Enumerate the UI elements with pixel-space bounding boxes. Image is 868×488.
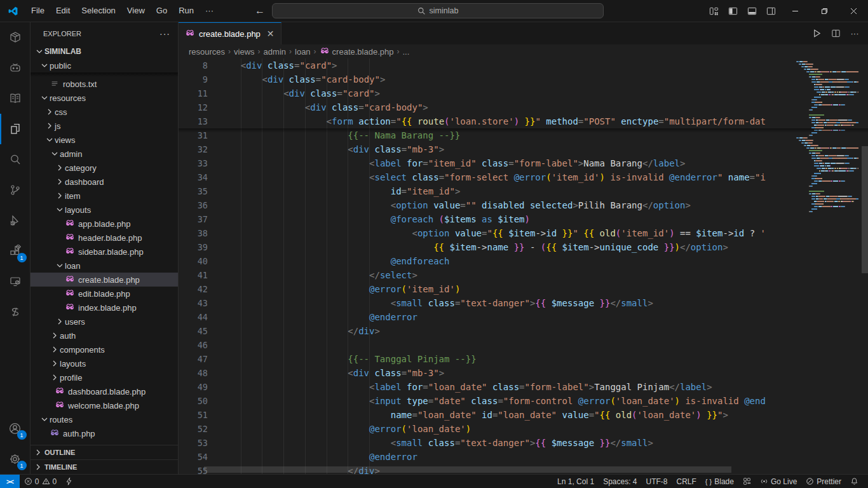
activity-run-debug-icon[interactable] [0,205,31,236]
tree-item-label: layouts [60,359,86,369]
activity-package-icon[interactable] [0,22,31,53]
tab-close-icon[interactable]: ✕ [267,29,275,39]
breadcrumbs[interactable]: resources›views›admin›loan›create.blade.… [179,44,868,58]
tree-item-css[interactable]: css [31,105,178,119]
code-editor[interactable]: 8 <div class="card">9 <div class="card-b… [179,58,868,474]
minimap-line [794,163,860,164]
tree-item-loan[interactable]: loan [31,259,178,273]
breadcrumb-loan[interactable]: loan [295,47,311,57]
tree-item-profile[interactable]: profile [31,370,178,384]
tree-item-dashboard-blade-php[interactable]: dashboard.blade.php [31,384,178,398]
tree-item-dashboard[interactable]: dashboard [31,175,178,189]
tree-item-routes[interactable]: routes [31,412,178,426]
timeline-section[interactable]: TIMELINE [31,459,178,474]
vertical-scrollbar[interactable] [862,146,868,273]
activity-accounts-icon[interactable]: 1 [0,413,31,444]
tree-item-siminlab[interactable]: SIMINLAB [31,44,178,58]
tree-item-robots-txt[interactable]: robots.txt [31,77,178,91]
tree-item-users[interactable]: users [31,315,178,329]
code-line: 39 {{ $item->name }} - ({{ $item->unique… [179,240,868,254]
tree-item-layouts[interactable]: layouts [31,356,178,370]
tree-item-layouts[interactable]: layouts [31,203,178,217]
status-spaces-4[interactable]: Spaces: 4 [599,475,641,488]
breadcrumb-views[interactable]: views [234,47,255,57]
activity-explorer-icon[interactable] [0,114,31,144]
minimap-line [794,203,860,205]
more-actions-icon[interactable]: ··· [846,25,863,42]
chevron-right-icon [50,344,60,355]
restore-button[interactable] [810,0,839,22]
status-blade[interactable]: { }Blade [701,475,738,488]
close-button[interactable] [839,0,868,22]
split-editor-icon[interactable] [827,25,844,42]
minimize-button[interactable] [780,0,810,22]
tree-item-auth[interactable]: auth [31,329,178,342]
tree-item-header-blade-php[interactable]: header.blade.php [31,231,178,245]
tree-item-admin[interactable]: admin [31,147,178,161]
activity-remote-explorer-icon[interactable] [0,266,31,297]
status-grid-icon[interactable] [738,475,756,488]
status-go-live[interactable]: Go Live [756,475,801,488]
toggle-secondary-sidebar-icon[interactable] [761,3,780,19]
menu-view[interactable]: View [121,3,151,18]
tree-item-auth-php[interactable]: auth.php [31,426,178,440]
menu-file[interactable]: File [25,3,50,18]
file-tree[interactable]: SIMINLABpublicrobots.txtresourcescssjsvi… [31,44,178,440]
tree-item-public[interactable]: public [31,58,178,72]
tree-item-welcome-blade-php[interactable]: welcome.blade.php [31,398,178,412]
code-text: <small class="text-danger">{{ $message }… [219,296,653,310]
code-text: <input type="date" class="form-control @… [219,394,766,408]
tree-item-sidebar-blade-php[interactable]: sidebar.blade.php [31,245,178,259]
tree-item-views[interactable]: views [31,133,178,147]
horizontal-scrollbar[interactable] [204,466,731,473]
minimap-line [794,140,860,141]
activity-s-extension-icon[interactable] [0,297,31,327]
activity-chat-assistant-icon[interactable] [0,53,31,83]
activity-settings-gear-icon[interactable]: 1 [0,444,31,474]
tree-item-resources[interactable]: resources [31,91,178,105]
problems-status[interactable]: 0 0 [20,475,61,488]
status-prettier[interactable]: Prettier [801,475,846,488]
tab-create-blade-php[interactable]: create.blade.php ✕ [179,22,281,44]
tree-item-js[interactable]: js [31,119,178,133]
breadcrumb-admin[interactable]: admin [264,47,286,57]
activity-extensions-icon[interactable]: 1 [0,236,31,266]
explorer-more-actions-icon[interactable]: ··· [159,29,170,39]
activity-book-icon[interactable] [0,83,31,114]
code-line: 52 @error('loan_date') [179,422,868,436]
menu-run[interactable]: Run [173,3,200,18]
status-utf-8[interactable]: UTF-8 [642,475,672,488]
run-code-icon[interactable] [808,25,825,42]
toggle-sidebar-icon[interactable] [723,3,742,19]
chevron-down-icon [39,414,50,424]
activity-search-icon[interactable] [0,144,31,175]
menu-edit[interactable]: Edit [50,3,76,18]
menu-selection[interactable]: Selection [76,3,121,18]
tree-item-category[interactable]: category [31,161,178,175]
tree-item-edit-blade-php[interactable]: edit.blade.php [31,287,178,301]
tree-item-components[interactable]: components [31,342,178,356]
bolt-status-icon[interactable] [61,475,77,488]
remote-indicator[interactable]: >< [0,475,20,488]
tree-item-label: welcome.blade.php [68,401,139,410]
nav-back-icon[interactable]: ← [255,5,265,17]
status-crlf[interactable]: CRLF [672,475,701,488]
outline-section[interactable]: OUTLINE [31,445,178,459]
toggle-panel-icon[interactable] [742,3,761,19]
command-center-search[interactable]: siminlab [272,3,604,18]
customize-layout-icon[interactable] [704,3,723,19]
status-ln-1-col-1[interactable]: Ln 1, Col 1 [553,475,599,488]
tree-item-app-blade-php[interactable]: app.blade.php [31,217,178,231]
menu-[interactable]: ··· [200,3,219,18]
breadcrumb--[interactable]: ... [402,47,409,57]
tree-item-create-blade-php[interactable]: create.blade.php [31,273,178,287]
tree-item-item[interactable]: item [31,189,178,203]
breadcrumb-resources[interactable]: resources [189,47,225,57]
activity-source-control-icon[interactable] [0,175,31,205]
tree-item-index-blade-php[interactable]: index.blade.php [31,301,178,315]
minimap[interactable] [791,58,862,474]
menu-go[interactable]: Go [151,3,173,18]
breadcrumb-create-blade-php[interactable]: create.blade.php [320,46,394,57]
code-text: <label for="item_id" class="form-label">… [219,156,685,170]
status-bell-icon[interactable] [846,475,863,488]
